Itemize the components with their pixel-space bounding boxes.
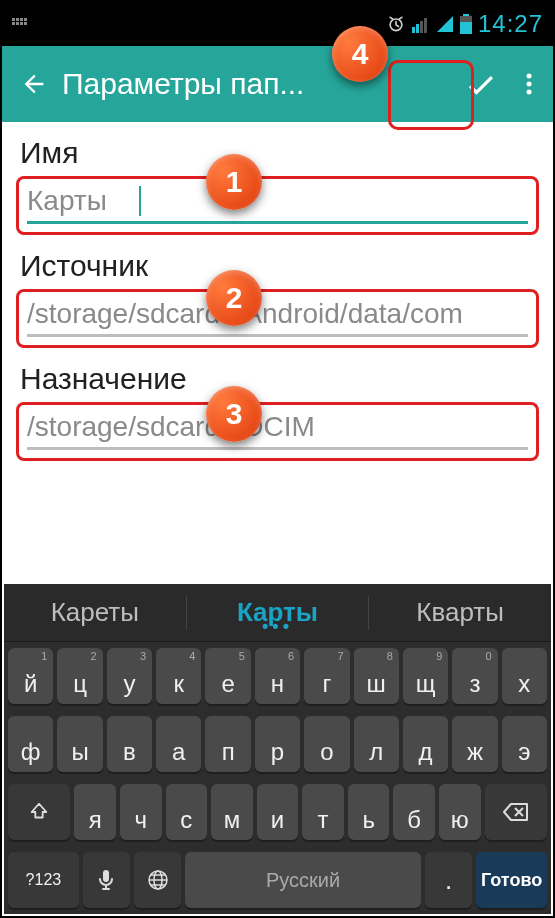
key-х[interactable]: х — [502, 648, 547, 704]
status-clock: 14:27 — [478, 10, 543, 38]
key-ж[interactable]: ж — [452, 716, 497, 772]
field-name: Имя — [16, 128, 539, 235]
input-wrap-destination[interactable] — [16, 402, 539, 461]
app-bar: Параметры пап... — [2, 46, 553, 122]
key-ь[interactable]: ь — [348, 784, 390, 840]
input-underline — [27, 221, 528, 224]
label-source: Источник — [16, 241, 539, 289]
confirm-button[interactable] — [449, 58, 513, 110]
suggestion-3[interactable]: Кварты — [369, 597, 551, 628]
key-д[interactable]: д — [403, 716, 448, 772]
symbols-key[interactable]: ?123 — [8, 852, 79, 908]
key-у[interactable]: у3 — [107, 648, 152, 704]
key-р[interactable]: р — [255, 716, 300, 772]
suggestion-1[interactable]: Кареты — [4, 597, 186, 628]
key-э[interactable]: э — [502, 716, 547, 772]
overflow-menu-button[interactable] — [513, 60, 545, 108]
svg-rect-0 — [12, 18, 15, 21]
svg-rect-6 — [20, 22, 23, 25]
alarm-icon — [386, 14, 406, 34]
svg-rect-15 — [460, 22, 472, 34]
svg-rect-12 — [424, 18, 427, 33]
label-destination: Назначение — [16, 354, 539, 402]
input-wrap-name[interactable] — [16, 176, 539, 235]
svg-rect-7 — [24, 22, 27, 25]
input-underline — [27, 334, 528, 337]
svg-rect-9 — [412, 27, 415, 33]
key-л[interactable]: л — [354, 716, 399, 772]
input-underline — [27, 447, 528, 450]
key-ч[interactable]: ч — [120, 784, 162, 840]
key-ш[interactable]: ш8 — [354, 648, 399, 704]
svg-rect-11 — [420, 21, 423, 33]
period-key[interactable]: . — [425, 852, 472, 908]
key-ц[interactable]: ц2 — [57, 648, 102, 704]
key-row-2: фывапролджэ — [4, 710, 551, 778]
key-row-4: ?123Русский.Готово — [4, 846, 551, 914]
key-з[interactable]: з0 — [452, 648, 497, 704]
svg-point-18 — [527, 90, 532, 95]
key-с[interactable]: с — [166, 784, 208, 840]
callout-badge-4: 4 — [332, 26, 388, 82]
name-input[interactable] — [27, 183, 137, 219]
callout-badge-3: 3 — [206, 386, 262, 442]
done-key[interactable]: Готово — [476, 852, 547, 908]
status-bar: 14:27 — [2, 2, 553, 46]
svg-rect-2 — [20, 18, 23, 21]
key-в[interactable]: в — [107, 716, 152, 772]
svg-rect-13 — [463, 14, 469, 16]
space-key[interactable]: Русский — [185, 852, 421, 908]
key-п[interactable]: п — [205, 716, 250, 772]
svg-point-17 — [527, 82, 532, 87]
key-к[interactable]: к4 — [156, 648, 201, 704]
key-и[interactable]: и — [257, 784, 299, 840]
key-е[interactable]: е5 — [205, 648, 250, 704]
language-key[interactable] — [134, 852, 181, 908]
text-cursor — [139, 186, 141, 216]
svg-rect-5 — [16, 22, 19, 25]
backspace-key[interactable] — [485, 784, 547, 840]
label-name: Имя — [16, 128, 539, 176]
soft-keyboard: Кареты Карты ••• Кварты й1ц2у3к4е5н6г7ш8… — [4, 584, 551, 914]
form-area: Имя Источник Назначение — [2, 122, 553, 481]
key-ф[interactable]: ф — [8, 716, 53, 772]
key-м[interactable]: м — [211, 784, 253, 840]
key-г[interactable]: г7 — [304, 648, 349, 704]
callout-badge-2: 2 — [206, 270, 262, 326]
field-destination: Назначение — [16, 354, 539, 461]
key-ю[interactable]: ю — [439, 784, 481, 840]
shift-key[interactable] — [8, 784, 70, 840]
destination-input[interactable] — [27, 409, 528, 445]
back-button[interactable] — [10, 60, 58, 108]
callout-badge-1: 1 — [206, 154, 262, 210]
more-suggestions-icon: ••• — [187, 622, 369, 630]
key-й[interactable]: й1 — [8, 648, 53, 704]
svg-rect-10 — [416, 24, 419, 33]
suggestion-2[interactable]: Карты ••• — [187, 597, 369, 628]
key-о[interactable]: о — [304, 716, 349, 772]
battery-icon — [460, 14, 472, 34]
key-ы[interactable]: ы — [57, 716, 102, 772]
signal-triangle-icon — [436, 15, 454, 33]
key-щ[interactable]: щ9 — [403, 648, 448, 704]
key-row-1: й1ц2у3к4е5н6г7ш8щ9з0х — [4, 642, 551, 710]
svg-rect-4 — [12, 22, 15, 25]
key-а[interactable]: а — [156, 716, 201, 772]
page-title: Параметры пап... — [58, 67, 449, 101]
source-input[interactable] — [27, 296, 528, 332]
field-source: Источник — [16, 241, 539, 348]
key-н[interactable]: н6 — [255, 648, 300, 704]
svg-rect-1 — [16, 18, 19, 21]
svg-rect-19 — [103, 870, 109, 882]
svg-point-16 — [527, 74, 532, 79]
key-б[interactable]: б — [393, 784, 435, 840]
key-т[interactable]: т — [302, 784, 344, 840]
key-row-3: ячсмитьбю — [4, 778, 551, 846]
mic-key[interactable] — [83, 852, 130, 908]
status-left-icons — [12, 18, 42, 30]
input-wrap-source[interactable] — [16, 289, 539, 348]
key-я[interactable]: я — [74, 784, 116, 840]
signal-cell-icon — [412, 15, 430, 33]
svg-rect-3 — [24, 18, 27, 21]
status-right-icons: 14:27 — [386, 10, 543, 38]
